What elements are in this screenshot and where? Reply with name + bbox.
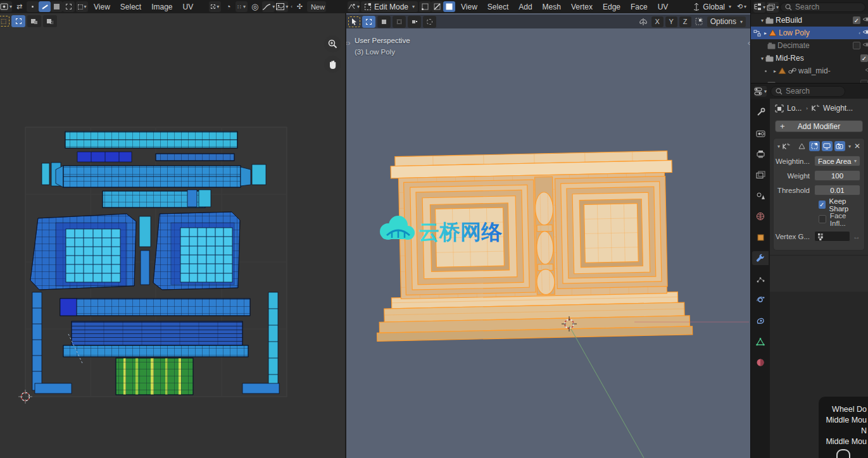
- tab-particles[interactable]: [752, 272, 769, 286]
- uv-sync-selection-toggle[interactable]: ⇄: [13, 1, 25, 12]
- snapping-dropdown[interactable]: ⟲▾: [736, 1, 748, 12]
- threshold-value-field[interactable]: 0.01: [814, 185, 860, 195]
- show-on-cage-toggle[interactable]: [796, 141, 807, 151]
- transform-orientation-dropdown[interactable]: Global ▾: [689, 1, 734, 12]
- uv-snap-target-dropdown[interactable]: ∷▾: [236, 1, 248, 12]
- collection-checkbox-checked[interactable]: ✓: [860, 54, 868, 62]
- collapse-chevron-icon[interactable]: ▾: [777, 144, 780, 149]
- expand-chevron-icon[interactable]: ▾: [761, 56, 764, 61]
- mirror-z-button[interactable]: Z: [679, 16, 691, 27]
- uv-snap-icon[interactable]: ◔: [222, 1, 234, 12]
- new-image-button[interactable]: New: [307, 1, 326, 12]
- vp-menu-face[interactable]: Face: [626, 1, 652, 13]
- vp-menu-edge[interactable]: Edge: [598, 1, 625, 13]
- uv-menu-select[interactable]: Select: [116, 1, 146, 13]
- outliner-row-rebuild[interactable]: ▾ ReBuild ✓: [751, 14, 868, 27]
- tab-material[interactable]: [752, 356, 769, 369]
- uv-tool-select-subtract[interactable]: [43, 15, 57, 27]
- eye-icon[interactable]: [862, 28, 868, 37]
- select-mode-edge[interactable]: [431, 1, 443, 12]
- uv-tool-select-box[interactable]: [11, 15, 25, 27]
- breadcrumb-object[interactable]: Lo...: [787, 104, 802, 113]
- outliner-search-input[interactable]: Search: [780, 3, 865, 12]
- vp-menu-vertex[interactable]: Vertex: [567, 1, 597, 13]
- uv-select-mode-vertex[interactable]: [27, 1, 39, 12]
- uv-active-tool-icon[interactable]: ⬚: [0, 16, 9, 27]
- snap-symmetry-icon[interactable]: [693, 16, 705, 27]
- collection-checkbox-checked[interactable]: ✓: [853, 16, 860, 24]
- mirror-x-button[interactable]: X: [651, 16, 664, 27]
- outliner-row-midres[interactable]: ▾ Mid-Res ✓: [751, 52, 868, 65]
- tab-object[interactable]: [752, 230, 769, 244]
- outliner-display-mode-dropdown[interactable]: ▾: [753, 2, 765, 13]
- close-icon[interactable]: ✕: [853, 142, 862, 151]
- proportional-falloff-dropdown[interactable]: ▾: [262, 1, 275, 12]
- vertex-group-field[interactable]: [814, 231, 850, 242]
- pan-gizmo[interactable]: [324, 56, 341, 73]
- vp-tool-select-extend[interactable]: [377, 16, 391, 28]
- breadcrumb-modifier[interactable]: Weight...: [823, 104, 853, 113]
- uv-canvas[interactable]: [0, 0, 345, 458]
- vp-menu-mesh[interactable]: Mesh: [538, 1, 565, 13]
- browse-back-icon[interactable]: ‹: [291, 4, 292, 9]
- tab-view-layer[interactable]: [752, 168, 769, 182]
- sidebar-collapse-arrow[interactable]: ‹: [748, 38, 750, 47]
- viewport-3d[interactable]: 云桥网络 ▾ Edit Mode ▾ View Select Add Mesh …: [346, 0, 750, 458]
- uv-menu-view[interactable]: View: [89, 1, 115, 13]
- mirror-y-button[interactable]: Y: [665, 16, 677, 27]
- add-modifier-button[interactable]: + Add Modifier: [775, 120, 863, 132]
- tab-physics[interactable]: [752, 293, 769, 307]
- show-realtime-toggle[interactable]: [822, 141, 833, 151]
- collection-checkbox-unchecked[interactable]: [853, 42, 860, 49]
- eye-icon[interactable]: [862, 16, 868, 25]
- uv-select-mode-face[interactable]: [51, 1, 63, 12]
- eye-icon[interactable]: [862, 41, 868, 50]
- zoom-gizmo[interactable]: [324, 35, 341, 53]
- eye-icon[interactable]: [865, 66, 868, 75]
- mirror-icon[interactable]: [638, 16, 650, 27]
- uv-menu-uv[interactable]: UV: [179, 1, 198, 13]
- tab-modifiers[interactable]: [752, 251, 769, 265]
- select-mode-face[interactable]: [443, 1, 455, 12]
- vp-tool-select-box[interactable]: [362, 16, 375, 28]
- properties-editor-type-dropdown[interactable]: ▾: [754, 86, 767, 97]
- extras-chevron-icon[interactable]: ▾: [848, 144, 851, 149]
- vp-tool-select-circle[interactable]: [423, 16, 436, 28]
- editor-type-3d-dropdown[interactable]: ▾: [348, 1, 360, 12]
- tab-render[interactable]: [752, 126, 769, 140]
- weight-value-field[interactable]: 100: [814, 170, 860, 181]
- expand-chevron-icon[interactable]: ▸: [764, 30, 767, 36]
- proportional-editing-icon[interactable]: ◎: [249, 1, 261, 12]
- uv-pivot-dropdown[interactable]: ▾: [209, 1, 221, 12]
- weighting-mode-dropdown[interactable]: Face Area ▾: [814, 156, 860, 166]
- outliner-row-decimate[interactable]: Decimate: [751, 39, 868, 52]
- tab-world[interactable]: [752, 209, 769, 223]
- vp-active-tool-icon[interactable]: [348, 16, 360, 27]
- outliner-row-wallmid[interactable]: ▸ wall_mid-: [751, 65, 868, 77]
- tab-scene[interactable]: [752, 189, 769, 202]
- vp-tool-select-difference[interactable]: [408, 16, 421, 28]
- keep-sharp-checkbox[interactable]: ✓: [819, 201, 826, 209]
- show-in-editmode-toggle[interactable]: [809, 141, 820, 151]
- face-influence-checkbox[interactable]: [819, 215, 826, 223]
- vp-menu-uv[interactable]: UV: [653, 1, 673, 13]
- vp-menu-select[interactable]: Select: [483, 1, 513, 13]
- uv-menu-image[interactable]: Image: [147, 1, 177, 13]
- vp-menu-add[interactable]: Add: [514, 1, 536, 13]
- expand-chevron-icon[interactable]: ▸: [774, 68, 776, 74]
- toolbar-collapse-arrow[interactable]: ‹›: [346, 38, 351, 47]
- options-dropdown[interactable]: Options ▾: [707, 16, 746, 27]
- tab-constraints[interactable]: [752, 314, 769, 328]
- properties-search-input[interactable]: Search: [771, 86, 845, 97]
- expand-chevron-icon[interactable]: ▾: [761, 18, 764, 23]
- select-mode-vertex[interactable]: [419, 1, 431, 12]
- mode-dropdown[interactable]: Edit Mode ▾: [361, 1, 418, 12]
- image-datablock-dropdown[interactable]: ▾: [276, 1, 288, 12]
- tab-output[interactable]: [752, 147, 769, 161]
- uv-sticky-selection-dropdown[interactable]: ▾: [76, 1, 88, 12]
- invert-vertex-group-icon[interactable]: ↔: [850, 232, 860, 241]
- show-render-toggle[interactable]: [834, 141, 845, 151]
- uv-select-mode-island[interactable]: [63, 1, 75, 12]
- uv-tool-select-extend[interactable]: [27, 15, 41, 27]
- tab-tool[interactable]: [752, 105, 769, 119]
